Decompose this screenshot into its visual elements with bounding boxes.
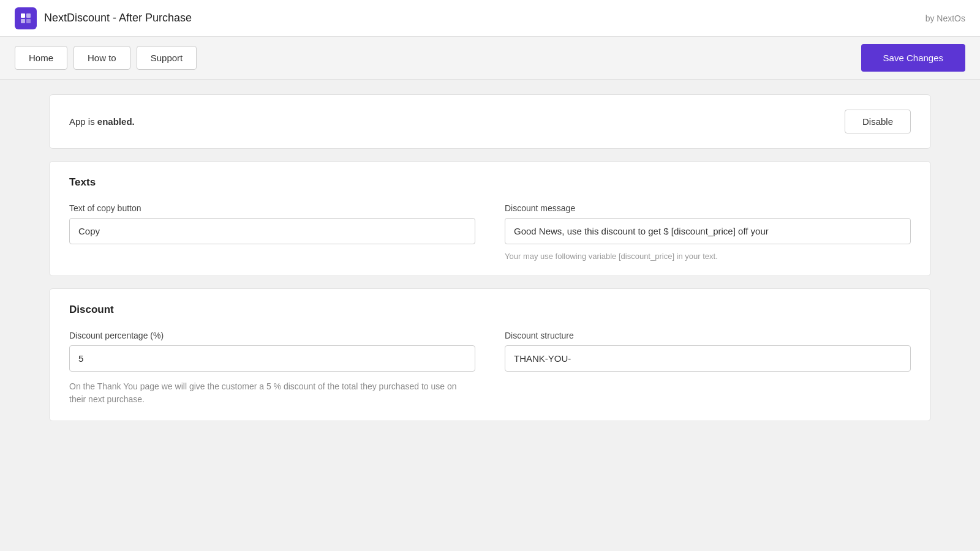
svg-rect-0 (21, 13, 25, 18)
app-logo: NextDiscount - After Purchase (15, 7, 192, 29)
discount-percentage-group: Discount percentage (%) On the Thank You… (69, 331, 475, 406)
app-title: NextDiscount - After Purchase (44, 12, 192, 24)
discount-structure-label: Discount structure (505, 331, 911, 340)
status-text: App is enabled. (69, 116, 135, 127)
texts-section-card: Texts Text of copy button Discount messa… (49, 161, 931, 276)
discount-structure-input[interactable] (505, 345, 911, 372)
discount-message-input[interactable] (505, 218, 911, 244)
home-button[interactable]: Home (15, 46, 67, 70)
disable-button[interactable]: Disable (845, 110, 911, 133)
svg-rect-2 (21, 19, 25, 23)
app-logo-icon (15, 7, 37, 29)
discount-message-group: Discount message Your may use following … (505, 203, 911, 261)
discount-form-grid: Discount percentage (%) On the Thank You… (69, 331, 911, 406)
discount-percentage-label: Discount percentage (%) (69, 331, 475, 340)
discount-message-label: Discount message (505, 203, 911, 213)
svg-rect-3 (26, 19, 31, 23)
status-card: App is enabled. Disable (49, 94, 931, 149)
status-prefix: App is (69, 116, 97, 127)
copy-button-group: Text of copy button (69, 203, 475, 261)
copy-button-label: Text of copy button (69, 203, 475, 213)
svg-rect-1 (26, 13, 31, 18)
texts-form-grid: Text of copy button Discount message You… (69, 203, 911, 261)
copy-button-input[interactable] (69, 218, 475, 244)
main-content: App is enabled. Disable Texts Text of co… (0, 80, 980, 436)
how-to-button[interactable]: How to (74, 46, 130, 70)
nav-bar: Home How to Support Save Changes (0, 37, 980, 80)
discount-message-hint: Your may use following variable [discoun… (505, 252, 911, 261)
by-nextOs-text: by NextOs (925, 13, 965, 23)
discount-section-title: Discount (69, 304, 911, 316)
support-button[interactable]: Support (137, 46, 197, 70)
discount-percentage-description: On the Thank You page we will give the c… (69, 380, 475, 406)
save-changes-button[interactable]: Save Changes (861, 44, 965, 72)
texts-section-title: Texts (69, 176, 911, 189)
discount-structure-group: Discount structure (505, 331, 911, 406)
discount-percentage-input[interactable] (69, 345, 475, 372)
top-bar: NextDiscount - After Purchase by NextOs (0, 0, 980, 37)
discount-section-card: Discount Discount percentage (%) On the … (49, 288, 931, 421)
status-bold: enabled. (97, 116, 135, 127)
